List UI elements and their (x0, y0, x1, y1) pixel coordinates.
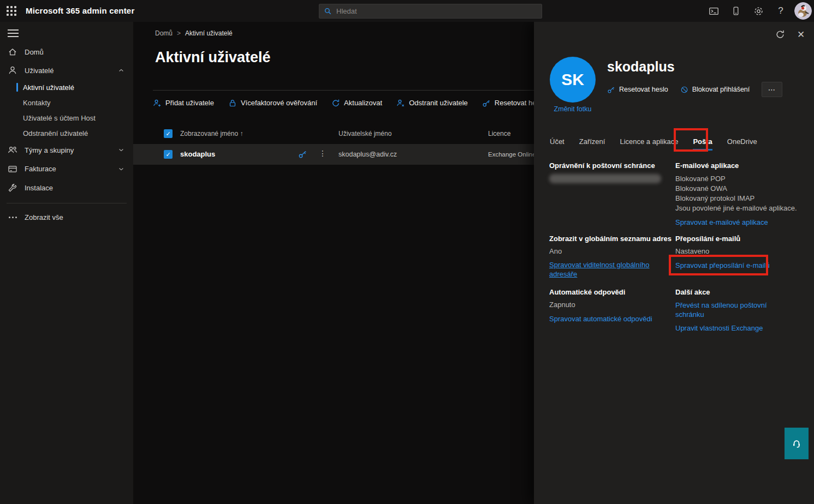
headset-feedback-icon (791, 438, 802, 449)
section-title: Zobrazit v globálním seznamu adres (549, 235, 675, 243)
billing-card-icon (8, 164, 17, 174)
add-user-button[interactable]: Přidat uživatele (153, 99, 214, 107)
select-all-checkbox[interactable]: ✓ (164, 129, 173, 138)
tab-devices[interactable]: Zařízení (579, 137, 605, 151)
ellipsis-icon (8, 212, 17, 222)
column-header-username[interactable]: Uživatelské jméno (338, 130, 391, 137)
global-search[interactable] (319, 4, 542, 19)
help-icon[interactable]: ? (772, 2, 789, 20)
manage-email-apps-link[interactable]: Spravovat e-mailové aplikace (675, 218, 768, 227)
mfa-button[interactable]: Vícefaktorové ověřování (228, 99, 317, 107)
breadcrumb-home[interactable]: Domů (155, 29, 173, 37)
main-content: Domů > Aktivní uživatelé Aktivní uživate… (133, 22, 534, 504)
tab-onedrive[interactable]: OneDrive (727, 137, 757, 151)
cloud-shell-icon[interactable] (705, 2, 722, 20)
change-photo-link[interactable]: Změnit fotku (550, 105, 596, 113)
refresh-button[interactable]: Aktualizovat (331, 99, 382, 107)
users-table-header: ✓ Zobrazované jméno ↑ Uživatelské jméno … (133, 125, 534, 142)
sidebar-item-contacts[interactable]: Kontakty (0, 95, 133, 110)
panel-reset-password-button[interactable]: Resetovat heslo (607, 86, 668, 94)
breadcrumb: Domů > Aktivní uživatelé (155, 29, 233, 37)
panel-block-signin-button[interactable]: Blokovat přihlášení (680, 86, 750, 94)
delete-user-button[interactable]: Odstranit uživatele (396, 99, 468, 107)
auto-replies-value: Zapnuto (549, 301, 675, 309)
sidebar-item-label: Uživatelé s účtem Host (23, 114, 96, 122)
topbar-right-icons: ? (705, 0, 812, 22)
nav-collapse-hamburger-icon[interactable] (8, 29, 19, 37)
page-title: Aktivní uživatelé (155, 49, 271, 66)
sidebar-item-label: Fakturace (25, 165, 56, 173)
sidebar-item-billing[interactable]: Fakturace (0, 159, 133, 178)
sidebar-item-label: Odstranění uživatelé (23, 129, 88, 137)
account-avatar[interactable] (794, 2, 812, 20)
column-header-licence[interactable]: Licence (488, 130, 510, 137)
tab-licenses-apps[interactable]: Licence a aplikace (620, 137, 678, 151)
search-input[interactable] (336, 7, 537, 15)
section-email-forwarding: Přeposílání e-mailů Nastaveno Spravovat … (675, 235, 803, 288)
sidebar-divider (7, 203, 127, 203)
tab-account[interactable]: Účet (550, 137, 565, 151)
email-apps-status: Blokované POP (675, 174, 803, 184)
panel-more-button[interactable]: ⋯ (762, 82, 782, 97)
sort-ascending-icon: ↑ (240, 130, 243, 137)
sidebar-item-label: Instalace (25, 184, 53, 192)
block-icon (680, 86, 688, 94)
mobile-app-icon[interactable] (727, 2, 745, 20)
redacted-content (549, 174, 661, 183)
row-checkbox[interactable]: ✓ (164, 150, 173, 159)
section-auto-replies: Automatické odpovědi Zapnuto Spravovat a… (549, 288, 675, 333)
chevron-down-icon (118, 147, 124, 153)
sidebar-item-users[interactable]: Uživatelé (0, 61, 133, 80)
person-delete-icon (396, 99, 405, 107)
panel-close-icon[interactable]: ✕ (795, 29, 806, 40)
home-icon (8, 47, 17, 57)
user-row-skodaplus[interactable]: ✓ skodaplus ⋮ skodaplus@adiv.cz Exchange… (133, 144, 534, 165)
manage-auto-replies-link[interactable]: Spravovat automatické odpovědi (549, 314, 652, 323)
users-toolbar: Přidat uživatele Vícefaktorové ověřování… (153, 90, 534, 114)
breadcrumb-separator: > (177, 29, 181, 37)
section-title: E-mailové aplikace (675, 161, 803, 170)
panel-user-name: skodaplus (607, 59, 675, 75)
section-title: Automatické odpovědi (549, 288, 675, 296)
sidebar-item-show-all[interactable]: Zobrazit vše (0, 208, 133, 226)
sidebar-item-label: Zobrazit vše (25, 213, 63, 221)
panel-quick-actions: Resetovat heslo Blokovat přihlášení ⋯ (607, 82, 782, 97)
sidebar-item-teams-groups[interactable]: Týmy a skupiny (0, 141, 133, 159)
feedback-button[interactable] (785, 428, 809, 459)
reset-password-row-icon[interactable] (298, 149, 307, 159)
tab-mail[interactable]: Pošta (693, 137, 712, 151)
section-global-address-list: Zobrazit v globálním seznamu adres Ano S… (549, 235, 675, 288)
email-apps-status: Blokované OWA (675, 184, 803, 194)
app-launcher-waffle-icon[interactable] (5, 5, 17, 17)
manage-gal-visibility-link[interactable]: Spravovat viditelnost globálního adresář… (549, 260, 653, 279)
sidebar-item-active-users[interactable]: Aktivní uživatelé (0, 80, 133, 95)
sidebar-item-label: Týmy a skupiny (25, 146, 74, 154)
panel-refresh-icon[interactable] (775, 29, 786, 40)
sidebar-item-label: Uživatelé (25, 67, 54, 75)
key-icon (482, 99, 491, 107)
people-icon (8, 145, 17, 155)
row-username: skodaplus@adiv.cz (338, 151, 397, 158)
sidebar-item-guest-users[interactable]: Uživatelé s účtem Host (0, 110, 133, 125)
sidebar-item-deleted-users[interactable]: Odstranění uživatelé (0, 125, 133, 141)
section-title: Další akce (675, 288, 803, 296)
forwarding-value: Nastaveno (675, 247, 803, 255)
column-header-display-name[interactable]: Zobrazované jméno ↑ (180, 130, 243, 137)
convert-shared-mailbox-link[interactable]: Převést na sdílenou poštovní schránku (675, 301, 779, 319)
top-bar: Microsoft 365 admin center (0, 0, 814, 22)
row-more-kebab-icon[interactable]: ⋮ (319, 149, 326, 158)
row-display-name: skodaplus (180, 150, 215, 158)
refresh-icon (331, 99, 340, 107)
manage-email-forwarding-link[interactable]: Spravovat přeposílání e-mailů (675, 261, 770, 270)
section-title: Přeposílání e-mailů (675, 235, 803, 243)
m365-admin-screen: Microsoft 365 admin center (0, 0, 814, 504)
sidebar-item-setup[interactable]: Instalace (0, 178, 133, 197)
reset-password-button[interactable]: Resetovat heslo (482, 99, 534, 107)
settings-gear-icon[interactable] (750, 2, 767, 20)
mail-tab-sections: Oprávnění k poštovní schránce E-mailové … (549, 161, 803, 333)
chevron-down-icon (118, 166, 124, 172)
row-licence: Exchange Online ( (488, 151, 534, 158)
panel-header-icons: ✕ (775, 29, 806, 40)
edit-exchange-properties-link[interactable]: Upravit vlastnosti Exchange (675, 323, 779, 333)
sidebar-item-home[interactable]: Domů (0, 43, 133, 61)
